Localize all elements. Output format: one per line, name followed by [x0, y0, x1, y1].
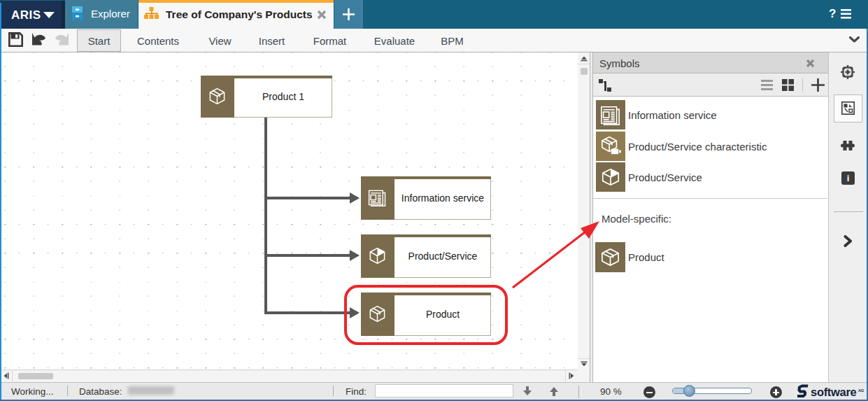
- svg-text:software: software: [811, 386, 857, 398]
- svg-text:AG: AG: [858, 388, 864, 393]
